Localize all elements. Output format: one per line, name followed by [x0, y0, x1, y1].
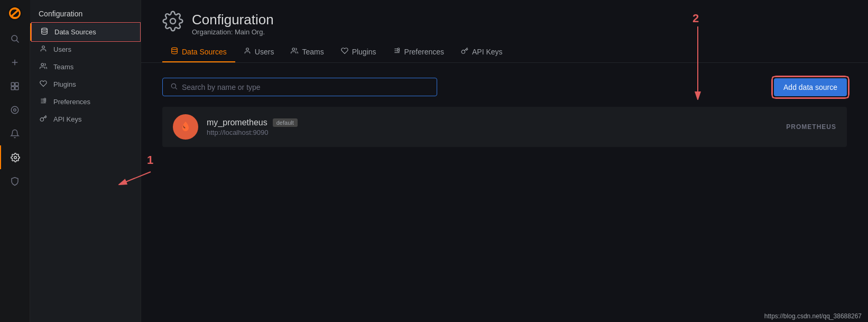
sidebar-item-datasources[interactable]: Data Sources: [30, 23, 141, 41]
search-box[interactable]: [162, 78, 437, 96]
tab-plugins[interactable]: Plugins: [333, 42, 385, 62]
preferences-icon: [39, 97, 48, 106]
svg-point-11: [14, 156, 17, 159]
tab-users[interactable]: Users: [235, 42, 283, 62]
teams-icon: [39, 62, 48, 71]
datasource-name-row: my_prometheus default: [207, 118, 778, 127]
content-area: Add data source my_prometheus default ht…: [141, 63, 868, 162]
sidebar-item-teams[interactable]: Teams: [30, 58, 141, 76]
sidebar-explore[interactable]: [0, 98, 30, 122]
datasource-logo: [173, 114, 198, 140]
page-subtitle: Organization: Main Org.: [192, 28, 274, 36]
tab-users-label: Users: [255, 48, 274, 56]
url-bar: https://blog.csdn.net/qq_38688267: [758, 310, 868, 322]
sidebar-section-title: Configuration: [30, 4, 141, 23]
svg-rect-7: [11, 86, 14, 89]
app-logo[interactable]: [0, 0, 30, 26]
page-title: Configuration: [192, 12, 274, 28]
main-content: Configuration Organization: Main Org. Da…: [141, 0, 868, 322]
tab-datasources[interactable]: Data Sources: [162, 42, 235, 62]
svg-rect-5: [11, 82, 14, 86]
tab-users-icon: [244, 47, 251, 56]
datasource-url: http://localhost:9090: [207, 128, 778, 136]
svg-point-21: [172, 48, 178, 50]
sidebar-dashboards[interactable]: [0, 74, 30, 98]
tab-apikeys-label: API Keys: [472, 48, 503, 56]
tabs: Data Sources Users Teams Plugins Prefere…: [141, 42, 868, 63]
svg-rect-8: [15, 86, 19, 89]
sidebar-wide: Configuration Data Sources Users Teams P…: [30, 0, 141, 322]
datasource-row[interactable]: my_prometheus default http://localhost:9…: [162, 107, 847, 147]
svg-point-1: [12, 35, 17, 41]
apikeys-icon: [39, 115, 48, 124]
svg-point-14: [41, 63, 44, 66]
svg-point-22: [246, 48, 248, 51]
tab-preferences-label: Preferences: [404, 48, 444, 56]
preferences-label: Preferences: [53, 98, 90, 106]
svg-point-12: [42, 28, 48, 30]
tab-plugins-icon: [341, 47, 348, 56]
sidebar-item-apikeys[interactable]: API Keys: [30, 111, 141, 128]
svg-point-10: [14, 108, 16, 111]
apikeys-label: API Keys: [53, 115, 81, 123]
sidebar-search[interactable]: [0, 26, 30, 50]
add-button-wrapper: Add data source: [774, 78, 847, 96]
datasource-type: PROMETHEUS: [786, 123, 836, 131]
tab-preferences[interactable]: Preferences: [385, 42, 453, 62]
tab-teams-icon: [291, 47, 298, 56]
add-datasource-button[interactable]: Add data source: [774, 78, 847, 96]
sidebar-configuration[interactable]: [0, 145, 30, 169]
search-icon: [170, 82, 178, 91]
sidebar-add[interactable]: [0, 50, 30, 74]
tab-apikeys[interactable]: API Keys: [453, 42, 511, 62]
datasources-label: Data Sources: [54, 28, 96, 36]
tab-preferences-icon: [393, 47, 401, 56]
page-header-text: Configuration Organization: Main Org.: [192, 12, 274, 36]
tab-datasources-icon: [171, 47, 178, 56]
svg-point-29: [171, 84, 176, 88]
tab-datasources-label: Data Sources: [182, 48, 227, 56]
tab-teams-label: Teams: [302, 48, 324, 56]
sidebar-item-plugins[interactable]: Plugins: [30, 76, 141, 93]
plugins-icon: [39, 80, 48, 89]
configuration-page-icon: [162, 11, 183, 36]
svg-point-9: [11, 106, 19, 114]
page-header: Configuration Organization: Main Org.: [141, 0, 868, 36]
svg-point-20: [170, 19, 176, 24]
sidebar-alerting[interactable]: [0, 122, 30, 145]
svg-line-30: [176, 88, 177, 89]
users-label: Users: [53, 45, 71, 53]
sidebar-narrow: [0, 0, 30, 322]
search-row: Add data source: [162, 78, 847, 96]
svg-point-13: [42, 46, 45, 49]
svg-rect-6: [15, 82, 19, 86]
svg-point-19: [44, 100, 46, 102]
plugins-label: Plugins: [53, 80, 76, 88]
teams-label: Teams: [53, 63, 73, 71]
datasource-info: my_prometheus default http://localhost:9…: [207, 118, 778, 136]
sidebar-item-users[interactable]: Users: [30, 41, 141, 58]
sidebar-item-preferences[interactable]: Preferences: [30, 93, 141, 111]
tab-apikeys-icon: [461, 47, 468, 56]
users-icon: [39, 45, 48, 54]
search-input[interactable]: [182, 83, 429, 91]
sidebar-shield[interactable]: [0, 169, 30, 193]
tab-plugins-label: Plugins: [352, 48, 376, 56]
datasource-name: my_prometheus: [207, 118, 267, 127]
datasources-icon: [40, 27, 49, 36]
svg-line-2: [16, 40, 19, 42]
svg-point-23: [292, 48, 295, 51]
svg-point-28: [398, 50, 400, 52]
datasource-badge: default: [273, 118, 298, 127]
tab-teams[interactable]: Teams: [282, 42, 332, 62]
